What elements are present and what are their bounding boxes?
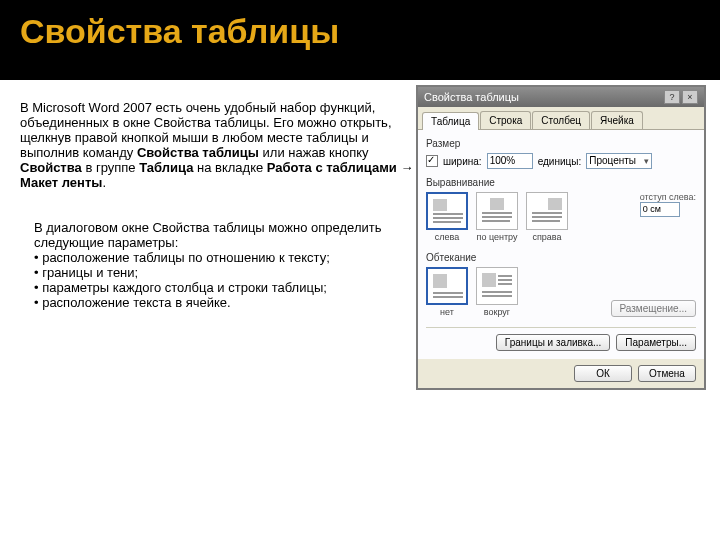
dialog-tabs: Таблица Строка Столбец Ячейка <box>418 107 704 130</box>
align-center-option[interactable] <box>476 192 518 230</box>
align-right-icon <box>530 196 564 226</box>
indent-label: отступ слева: <box>640 192 696 202</box>
separator <box>426 327 696 328</box>
slide-title: Свойства таблицы <box>20 12 700 51</box>
table-properties-dialog: Свойства таблицы ? × Таблица Строка Стол… <box>416 85 706 390</box>
align-center-icon <box>480 196 514 226</box>
options-button[interactable]: Параметры... <box>616 334 696 351</box>
wrap-none-option[interactable] <box>426 267 468 305</box>
paragraph-1: В Microsoft Word 2007 есть очень удобный… <box>20 100 420 190</box>
unit-label: единицы: <box>538 156 582 167</box>
align-right-option[interactable] <box>526 192 568 230</box>
paragraph-2: В диалоговом окне Свойства таблицы можно… <box>34 220 414 310</box>
tab-cell[interactable]: Ячейка <box>591 111 643 129</box>
cancel-button[interactable]: Отмена <box>638 365 696 382</box>
indent-input[interactable]: 0 см <box>640 202 680 217</box>
wrap-none-icon <box>431 272 463 300</box>
dialog-titlebar[interactable]: Свойства таблицы ? × <box>418 87 704 107</box>
dialog-body: Размер ширина: 100% единицы: Проценты Вы… <box>418 130 704 359</box>
tab-table[interactable]: Таблица <box>422 112 479 130</box>
align-group-label: Выравнивание <box>426 177 696 188</box>
size-group-label: Размер <box>426 138 696 149</box>
help-button[interactable]: ? <box>664 90 680 104</box>
wrap-around-icon <box>480 271 514 301</box>
width-input[interactable]: 100% <box>487 153 533 169</box>
placement-button[interactable]: Размещение... <box>611 300 697 317</box>
tab-column[interactable]: Столбец <box>532 111 590 129</box>
unit-select[interactable]: Проценты <box>586 153 652 169</box>
close-button[interactable]: × <box>682 90 698 104</box>
width-checkbox[interactable] <box>426 155 438 167</box>
slide-header: Свойства таблицы <box>0 0 720 80</box>
ok-button[interactable]: ОК <box>574 365 632 382</box>
align-left-icon <box>431 197 463 225</box>
wrap-around-option[interactable] <box>476 267 518 305</box>
tab-row[interactable]: Строка <box>480 111 531 129</box>
wrap-group-label: Обтекание <box>426 252 696 263</box>
width-label: ширина: <box>443 156 482 167</box>
dialog-title: Свойства таблицы <box>424 91 519 103</box>
borders-button[interactable]: Границы и заливка... <box>496 334 611 351</box>
align-left-option[interactable] <box>426 192 468 230</box>
dialog-footer: ОК Отмена <box>418 359 704 388</box>
